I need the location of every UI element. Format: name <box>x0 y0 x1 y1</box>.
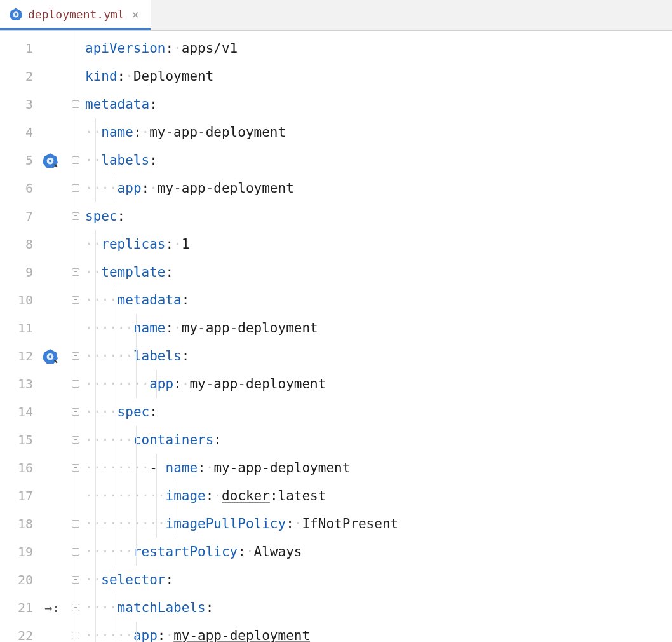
code-line[interactable]: ······labels: <box>85 342 672 370</box>
code-line[interactable]: ····metadata: <box>85 286 672 314</box>
gutter-line[interactable]: 22 <box>0 622 70 642</box>
gutter-line[interactable]: 2 <box>0 62 70 90</box>
fold-cell: − <box>70 426 81 454</box>
gutter-line[interactable]: 12 <box>0 342 70 370</box>
code-line-content: ····spec: <box>85 404 158 420</box>
code-line[interactable]: spec: <box>85 202 672 230</box>
gutter-line[interactable]: 21→: <box>0 594 70 622</box>
fold-cell: − <box>70 258 81 286</box>
tab-active[interactable]: deployment.yml × <box>0 0 151 30</box>
fold-open-icon[interactable]: − <box>72 296 79 304</box>
line-number: 2 <box>10 69 33 84</box>
code-line[interactable]: ······restartPolicy:·Always <box>85 538 672 566</box>
code-area[interactable]: apiVersion:·apps/v1kind:·Deploymentmetad… <box>81 31 672 642</box>
indent-guide <box>95 286 96 314</box>
code-line[interactable]: ··labels: <box>85 146 672 174</box>
code-line[interactable]: kind:·Deployment <box>85 62 672 90</box>
code-line-content: ··········image:·docker:latest <box>85 488 326 503</box>
gutter-line[interactable]: 11 <box>0 314 70 342</box>
indent-guide <box>95 426 96 454</box>
line-number: 14 <box>10 404 33 420</box>
gutter-line[interactable]: 15 <box>0 426 70 454</box>
gutter-line[interactable]: 4 <box>0 118 70 146</box>
code-line[interactable]: ··selector: <box>85 566 672 594</box>
code-line-content: ··selector: <box>85 572 173 587</box>
fold-open-icon[interactable]: − <box>72 604 79 611</box>
gutter-line[interactable]: 5 <box>0 146 70 174</box>
code-line[interactable]: ····spec: <box>85 398 672 426</box>
code-line-content: metadata: <box>85 97 158 112</box>
kubernetes-gutter-icon[interactable] <box>42 152 58 168</box>
indent-guide <box>116 314 116 342</box>
gutter-line[interactable]: 1 <box>0 34 70 62</box>
fold-end-icon[interactable] <box>72 632 79 639</box>
fold-open-icon[interactable]: − <box>72 408 79 416</box>
gutter-line[interactable]: 3 <box>0 90 70 118</box>
indent-guide <box>136 622 137 642</box>
code-line[interactable]: ········- name:·my-app-deployment <box>85 454 672 482</box>
gutter-line[interactable]: 16 <box>0 454 70 482</box>
line-number: 15 <box>10 432 33 447</box>
code-line[interactable]: ······containers: <box>85 426 672 454</box>
fold-open-icon[interactable]: − <box>72 100 79 108</box>
indent-guide <box>95 594 96 622</box>
fold-column: −−−−−−−−−−− <box>70 31 81 642</box>
close-icon[interactable]: × <box>130 8 142 21</box>
code-line[interactable]: metadata: <box>85 90 672 118</box>
indent-guide <box>136 342 137 370</box>
code-line[interactable]: apiVersion:·apps/v1 <box>85 34 672 62</box>
fold-open-icon[interactable]: − <box>72 212 79 220</box>
fold-open-icon[interactable]: − <box>72 352 79 360</box>
fold-open-icon[interactable]: − <box>72 436 79 444</box>
gutter-line[interactable]: 19 <box>0 538 70 566</box>
code-line[interactable]: ········app:·my-app-deployment <box>85 370 672 398</box>
code-line[interactable]: ····app:·my-app-deployment <box>85 174 672 202</box>
fold-open-icon[interactable]: − <box>72 268 79 276</box>
arrow-marker-icon[interactable]: →: <box>44 600 60 615</box>
fold-end-icon[interactable] <box>72 548 79 556</box>
gutter-line[interactable]: 10 <box>0 286 70 314</box>
line-number: 9 <box>10 264 33 280</box>
indent-guide <box>156 510 157 538</box>
fold-open-icon[interactable]: − <box>72 156 79 164</box>
gutter-line[interactable]: 8 <box>0 230 70 258</box>
line-number: 17 <box>10 488 33 503</box>
indent-guide <box>136 454 137 482</box>
indent-guide <box>136 426 137 454</box>
kubernetes-gutter-icon[interactable] <box>42 348 58 364</box>
indent-guide <box>116 594 116 622</box>
gutter: 123456789101112131415161718192021→:22 <box>0 31 70 642</box>
code-line[interactable]: ··template: <box>85 258 672 286</box>
gutter-line[interactable]: 7 <box>0 202 70 230</box>
gutter-line[interactable]: 14 <box>0 398 70 426</box>
line-number: 12 <box>10 348 33 364</box>
gutter-line[interactable]: 20 <box>0 566 70 594</box>
gutter-line[interactable]: 13 <box>0 370 70 398</box>
gutter-line[interactable]: 9 <box>0 258 70 286</box>
code-line[interactable]: ······app:·my-app-deployment <box>85 622 672 642</box>
fold-open-icon[interactable]: − <box>72 464 79 472</box>
gutter-line[interactable]: 6 <box>0 174 70 202</box>
indent-guide <box>116 426 116 454</box>
code-line-content: ········- name:·my-app-deployment <box>85 460 350 475</box>
code-line-content: ··replicas:·1 <box>85 236 189 252</box>
indent-guide <box>116 342 116 370</box>
fold-end-icon[interactable] <box>72 380 79 388</box>
code-line-content: ··········imagePullPolicy:·IfNotPresent <box>85 516 398 531</box>
indent-guide <box>95 146 96 174</box>
code-line[interactable]: ··name:·my-app-deployment <box>85 118 672 146</box>
code-line[interactable]: ··········image:·docker:latest <box>85 482 672 510</box>
gutter-line[interactable]: 17 <box>0 482 70 510</box>
code-line[interactable]: ······name:·my-app-deployment <box>85 314 672 342</box>
code-line[interactable]: ····matchLabels: <box>85 594 672 622</box>
gutter-line[interactable]: 18 <box>0 510 70 538</box>
code-line-content: ········app:·my-app-deployment <box>85 376 326 392</box>
fold-cell <box>70 62 81 90</box>
fold-end-icon[interactable] <box>72 520 79 528</box>
code-line[interactable]: ··········imagePullPolicy:·IfNotPresent <box>85 510 672 538</box>
fold-open-icon[interactable]: − <box>72 576 79 584</box>
code-line[interactable]: ··replicas:·1 <box>85 230 672 258</box>
fold-end-icon[interactable] <box>72 184 79 192</box>
fold-cell <box>70 510 81 538</box>
fold-cell: − <box>70 398 81 426</box>
